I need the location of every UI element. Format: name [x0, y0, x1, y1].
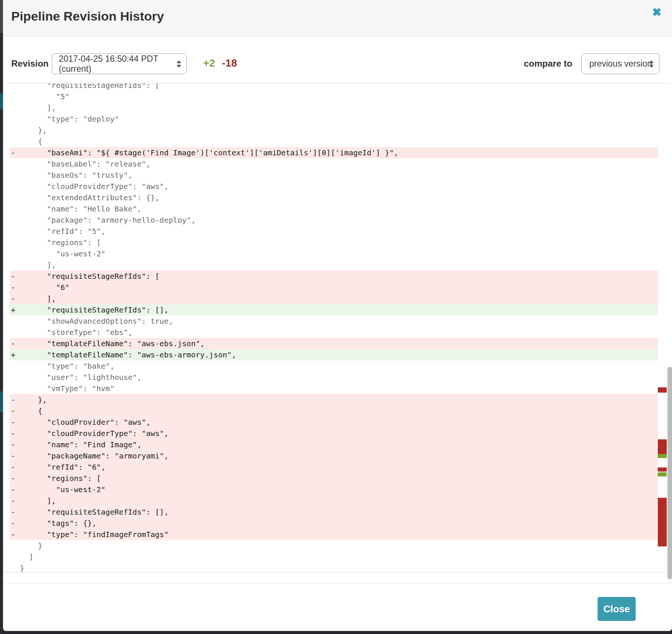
diff-line: - { — [10, 405, 658, 417]
diff-line: - "baseAmi": "${ #stage('Find Image')['c… — [10, 147, 658, 158]
diff-line: "baseLabel": "release", — [10, 158, 658, 170]
diff-line: - "regions": [ — [10, 473, 658, 484]
diff-line: "type": "deploy" — [10, 113, 658, 125]
diff-line: - "name": "Find Image", — [10, 439, 658, 450]
page-edge-segment — [0, 391, 3, 412]
diff-line: - "tags": {}, — [10, 518, 658, 529]
diff-added-count: +2 — [203, 57, 215, 69]
diff-line: ], — [10, 102, 658, 113]
diff-line: - "templateFileName": "aws-ebs.json", — [10, 338, 658, 349]
diff-line: "requisiteStageRefIds": [ — [10, 83, 658, 91]
diff-line: - "requisiteStageRefIds": [ — [10, 271, 658, 282]
diff-line: + "requisiteStageRefIds": [], — [10, 304, 658, 316]
page-edge-segment — [0, 0, 3, 33]
diff-line: - ], — [10, 495, 658, 506]
diff-line: - "us-west-2" — [10, 484, 658, 495]
select-caret-icon — [177, 60, 181, 68]
revision-select[interactable]: 2017-04-25 16:50:44 PDT (current) — [52, 53, 187, 74]
diff-line: "extendedAttributes": {}, — [10, 192, 658, 203]
diff-removed-count: -18 — [222, 57, 237, 69]
diff-line: "5" — [10, 91, 658, 102]
diff-line: "package": "armory-hello-deploy", — [10, 214, 658, 226]
close-button[interactable]: Close — [598, 597, 636, 621]
diff-line: "refId": "5", — [10, 226, 658, 237]
diff-line: "regions": [ — [10, 237, 658, 248]
scrollbar-thumb[interactable] — [668, 367, 672, 579]
diff-line: ] — [10, 551, 658, 563]
diff-line: "cloudProviderType": "aws", — [10, 181, 658, 192]
diff-line: - "requisiteStageRefIds": [], — [10, 506, 658, 518]
diff-line: { — [10, 136, 658, 147]
diff-line: } — [10, 563, 658, 572]
page-edge-segment — [0, 94, 3, 109]
page-background-edge — [0, 0, 3, 634]
footer-divider — [3, 583, 672, 584]
revision-select-value: 2017-04-25 16:50:44 PDT (current) — [59, 54, 186, 74]
diff-line: } — [10, 540, 658, 551]
diff-line: "user": "lighthouse", — [10, 372, 658, 383]
diff-line: "us-west-2" — [10, 248, 658, 259]
screen: Pipeline Revision History ✖ Revision 201… — [0, 0, 672, 634]
modal-header: Pipeline Revision History ✖ — [3, 0, 672, 36]
diff-line: - "cloudProviderType": "aws", — [10, 428, 658, 439]
compare-select-value: previous version — [589, 59, 652, 69]
diff-line: "type": "bake", — [10, 360, 658, 372]
diff-line: - "packageName": "armoryami", — [10, 450, 658, 461]
diff-panel: "requisiteStageRefIds": [ "5" ], "type":… — [3, 83, 672, 573]
diff-line: - "refId": "6", — [10, 461, 658, 473]
diff-line: "baseOs": "trusty", — [10, 170, 658, 181]
pipeline-revision-history-modal: Pipeline Revision History ✖ Revision 201… — [3, 0, 672, 631]
close-icon[interactable]: ✖ — [652, 7, 662, 18]
compare-select[interactable]: previous version — [581, 53, 660, 74]
diff-line: - ], — [10, 293, 658, 304]
diff-line: - "type": "findImageFromTags" — [10, 529, 658, 540]
modal-title: Pipeline Revision History — [11, 9, 164, 24]
diff-line: - }, — [10, 394, 658, 405]
diff-line: + "templateFileName": "aws-ebs-armory.js… — [10, 349, 658, 360]
diff-line: "vmType": "hvm" — [10, 383, 658, 394]
diff-scroll-area[interactable]: "requisiteStageRefIds": [ "5" ], "type":… — [4, 83, 672, 572]
revision-label: Revision — [11, 58, 49, 69]
diff-line: - "cloudProvider": "aws", — [10, 417, 658, 428]
diff-line: "storeType": "ebs", — [10, 327, 658, 338]
diff-line: ], — [10, 259, 658, 271]
diff-code: "requisiteStageRefIds": [ "5" ], "type":… — [10, 83, 658, 572]
select-caret-icon — [649, 60, 654, 68]
diff-line: }, — [10, 125, 658, 136]
diff-line: "name": "Hello Bake", — [10, 203, 658, 214]
diff-line: - "6" — [10, 282, 658, 293]
compare-to-label: compare to — [524, 58, 572, 69]
diff-line: "showAdvancedOptions": true, — [10, 316, 658, 327]
